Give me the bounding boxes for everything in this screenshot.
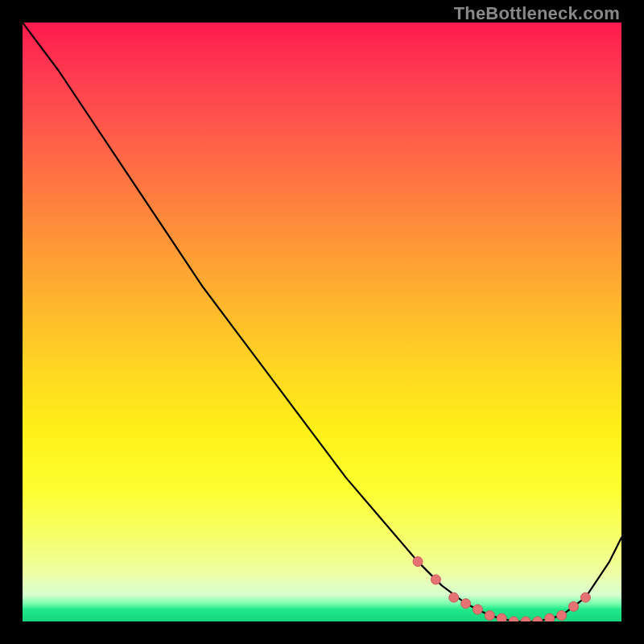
plot-area [23,23,621,621]
watermark-text: TheBottleneck.com [454,3,620,24]
chart-stage: TheBottleneck.com [0,0,644,644]
